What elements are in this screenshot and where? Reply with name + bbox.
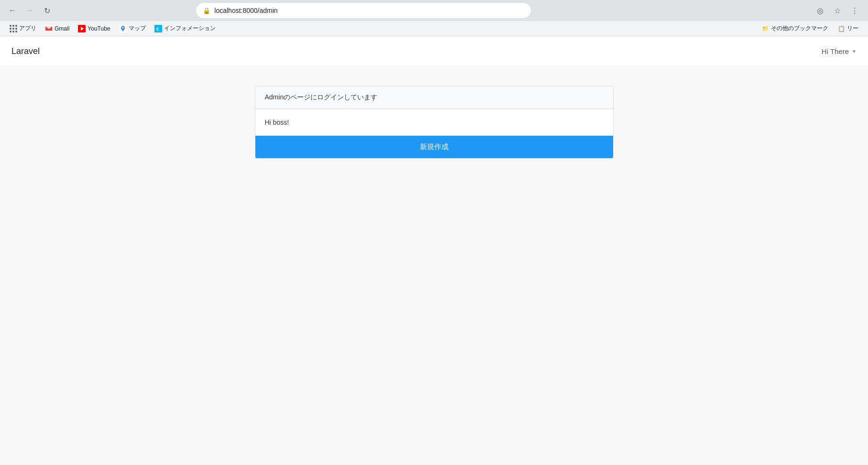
page-content: Laravel Hi There ▼ Adminのページにログインしています H…	[0, 36, 868, 465]
reading-list-label: リー	[847, 24, 858, 32]
bookmark-button[interactable]: ☆	[830, 3, 845, 18]
cybozu-label: インフォメーション	[164, 24, 216, 32]
extensions-button[interactable]: ◎	[813, 3, 828, 18]
reading-list-icon: 📋	[838, 25, 845, 32]
bookmarks-bar: アプリ Gmail YouTube マップ c	[0, 21, 868, 36]
bookmark-youtube[interactable]: YouTube	[74, 23, 114, 34]
forward-button[interactable]: →	[23, 4, 36, 17]
dropdown-arrow-icon: ▼	[852, 49, 857, 54]
reload-button[interactable]: ↻	[40, 4, 54, 17]
card-header: Adminのページにログインしています	[255, 87, 613, 109]
browser-chrome: ← → ↻ 🔒 ◎ ☆ ⋮ アプリ	[0, 0, 868, 36]
apps-label: アプリ	[19, 24, 36, 32]
maps-icon	[119, 25, 127, 32]
youtube-label: YouTube	[88, 25, 110, 32]
top-navbar: Laravel Hi There ▼	[0, 36, 868, 67]
youtube-icon	[78, 25, 86, 32]
create-button[interactable]: 新規作成	[255, 136, 613, 158]
user-name: Hi There	[822, 47, 849, 55]
back-button[interactable]: ←	[6, 4, 19, 17]
card-body-text: Hi boss!	[265, 119, 604, 126]
bookmark-maps[interactable]: マップ	[115, 22, 150, 34]
folder-icon: 📁	[762, 25, 769, 32]
user-menu[interactable]: Hi There ▼	[822, 47, 857, 55]
other-bookmarks-label: その他のブックマーク	[771, 24, 828, 32]
bookmarks-right: 📁 その他のブックマーク 📋 リー	[758, 22, 862, 34]
gmail-icon	[45, 25, 53, 32]
card-body: Hi boss!	[255, 109, 613, 136]
brand-name: Laravel	[11, 46, 40, 56]
menu-button[interactable]: ⋮	[847, 3, 862, 18]
apps-icon	[10, 25, 17, 32]
url-input[interactable]	[214, 7, 524, 14]
admin-card: Adminのページにログインしています Hi boss! 新規作成	[255, 86, 614, 159]
browser-toolbar: ← → ↻ 🔒 ◎ ☆ ⋮	[0, 0, 868, 21]
bookmark-cybozu[interactable]: c インフォメーション	[151, 22, 220, 34]
lock-icon: 🔒	[203, 7, 210, 14]
toolbar-right: ◎ ☆ ⋮	[813, 3, 862, 18]
main-content: Adminのページにログインしています Hi boss! 新規作成	[0, 67, 868, 178]
bookmark-gmail[interactable]: Gmail	[41, 23, 73, 34]
gmail-label: Gmail	[55, 25, 69, 32]
other-bookmarks[interactable]: 📁 その他のブックマーク	[758, 22, 832, 34]
maps-label: マップ	[129, 24, 146, 32]
svg-text:c: c	[156, 26, 159, 32]
cybozu-icon: c	[154, 25, 162, 32]
reading-list[interactable]: 📋 リー	[834, 22, 862, 34]
address-bar[interactable]: 🔒	[196, 3, 531, 18]
bookmark-apps[interactable]: アプリ	[6, 22, 40, 34]
